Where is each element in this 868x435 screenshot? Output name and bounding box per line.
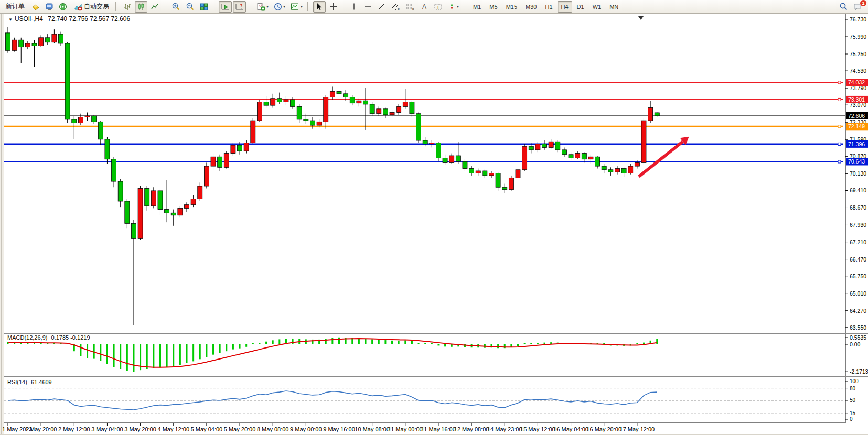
yellow-diamond-icon bbox=[31, 3, 40, 11]
svg-text:2 May 12:00: 2 May 12:00 bbox=[58, 426, 90, 432]
candle-bear bbox=[502, 187, 507, 189]
auto-scroll-button[interactable] bbox=[219, 1, 232, 13]
candle-bull bbox=[185, 205, 189, 209]
svg-text:66.470: 66.470 bbox=[850, 256, 866, 263]
candle-bear bbox=[443, 158, 447, 162]
candle-bear bbox=[6, 33, 10, 50]
chart-ohlc-values: 72.740 72.756 72.567 72.606 bbox=[48, 15, 130, 23]
line-chart-icon bbox=[151, 3, 159, 11]
candle-bull bbox=[191, 199, 196, 205]
equidistant-channel-button[interactable]: E bbox=[389, 1, 402, 13]
timeframe-button-m15[interactable]: M15 bbox=[502, 1, 521, 13]
zoom-out-button[interactable] bbox=[184, 1, 197, 13]
line-anchor[interactable] bbox=[838, 98, 841, 101]
timeframe-button-m1[interactable]: M1 bbox=[469, 1, 485, 13]
timeframe-button-mn[interactable]: MN bbox=[606, 1, 622, 13]
candle-bear bbox=[582, 154, 586, 159]
candle-bull bbox=[476, 171, 480, 173]
fibonacci-button[interactable]: F bbox=[403, 1, 417, 13]
svg-text:100: 100 bbox=[850, 378, 859, 384]
vertical-line-button[interactable] bbox=[348, 1, 360, 13]
rsi-label: RSI(14) 61.4609 bbox=[7, 379, 52, 385]
horizontal-line-button[interactable] bbox=[361, 1, 374, 13]
chart-shift-button[interactable] bbox=[233, 1, 246, 13]
bar-chart-button[interactable] bbox=[121, 1, 134, 13]
periods-button[interactable]: ▾ bbox=[272, 1, 287, 13]
text-icon: A bbox=[421, 3, 428, 10]
line-anchor[interactable] bbox=[838, 160, 841, 163]
line-anchor[interactable] bbox=[838, 143, 841, 145]
signal-button[interactable] bbox=[57, 1, 69, 13]
candle-bear bbox=[595, 157, 600, 166]
timeframe-button-d1[interactable]: D1 bbox=[573, 1, 588, 13]
candle-bear bbox=[19, 40, 24, 47]
candlestick-chart-button[interactable] bbox=[135, 1, 147, 13]
auto-scroll-icon bbox=[221, 3, 230, 11]
line-anchor[interactable] bbox=[838, 81, 841, 84]
tile-windows-button[interactable] bbox=[198, 1, 210, 13]
terminal-button[interactable] bbox=[43, 1, 56, 13]
candle-bear bbox=[59, 34, 63, 44]
svg-text:80: 80 bbox=[850, 386, 856, 392]
macd-name: MACD(12,26,9) bbox=[7, 334, 47, 341]
timeframe-button-w1[interactable]: W1 bbox=[589, 1, 605, 13]
layers-button[interactable] bbox=[29, 1, 42, 13]
candle-bull bbox=[138, 188, 143, 238]
horizontal-line-icon bbox=[363, 3, 372, 10]
templates-button[interactable]: ▾ bbox=[288, 1, 305, 13]
zoom-in-button[interactable] bbox=[169, 1, 183, 13]
chart-shift-icon bbox=[235, 3, 244, 11]
fibonacci-icon: F bbox=[405, 3, 415, 11]
crosshair-button[interactable] bbox=[327, 1, 339, 13]
candle-bear bbox=[562, 150, 566, 155]
trendline-button[interactable] bbox=[375, 1, 388, 13]
candle-bear bbox=[238, 145, 242, 151]
cursor-button[interactable] bbox=[313, 1, 326, 13]
candle-bull bbox=[449, 156, 454, 162]
candle-bull bbox=[635, 162, 639, 166]
text-label-button[interactable]: T bbox=[432, 1, 445, 13]
svg-text:76.730: 76.730 bbox=[850, 16, 866, 23]
candle-bear bbox=[264, 102, 269, 105]
bar-chart-icon bbox=[123, 3, 132, 11]
toolbar-separator bbox=[342, 2, 346, 12]
candle-bull bbox=[324, 97, 328, 122]
symbol-dropdown-icon[interactable]: ▼ bbox=[8, 17, 13, 22]
candle-bear bbox=[469, 169, 474, 173]
candle-bear bbox=[125, 201, 130, 223]
notifications-button[interactable]: 1 bbox=[851, 1, 864, 13]
svg-text:63.550: 63.550 bbox=[850, 324, 866, 331]
toolbar-separator bbox=[115, 2, 119, 12]
svg-text:70.130: 70.130 bbox=[850, 170, 866, 177]
candle-bear bbox=[416, 114, 421, 140]
candle-bear bbox=[496, 173, 500, 187]
candle-bull bbox=[178, 208, 183, 215]
candle-bull bbox=[39, 38, 44, 46]
main-toolbar: 新订单 自动交易 ▾ ▾ bbox=[0, 0, 868, 14]
svg-text:9 May 16:00: 9 May 16:00 bbox=[323, 426, 355, 432]
text-button[interactable]: A bbox=[418, 1, 431, 13]
candle-bull bbox=[251, 121, 255, 143]
line-chart-button[interactable] bbox=[148, 1, 161, 13]
auto-trading-button[interactable]: 自动交易 bbox=[70, 1, 113, 13]
indicators-button[interactable]: ▾ bbox=[254, 1, 271, 13]
timeframe-button-h1[interactable]: H1 bbox=[541, 1, 556, 13]
svg-text:14 May 23:00: 14 May 23:00 bbox=[487, 426, 522, 432]
svg-text:50: 50 bbox=[850, 397, 856, 403]
search-button[interactable] bbox=[837, 1, 850, 13]
candle-bull bbox=[257, 102, 262, 121]
candle-bear bbox=[218, 157, 222, 167]
candle-bear bbox=[65, 44, 70, 119]
line-anchor[interactable] bbox=[838, 125, 841, 128]
candle-bear bbox=[542, 144, 547, 148]
new-order-button[interactable]: 新订单 bbox=[2, 1, 28, 13]
chart-canvas: 76.73075.99075.25074.53073.79073.07072.3… bbox=[0, 14, 868, 435]
svg-text:75.250: 75.250 bbox=[850, 51, 866, 57]
timeframe-button-m5[interactable]: M5 bbox=[486, 1, 501, 13]
svg-text:9 May 00:00: 9 May 00:00 bbox=[290, 426, 322, 432]
indicators-icon bbox=[256, 3, 265, 11]
arrows-button[interactable]: ▾ bbox=[446, 1, 461, 13]
candle-bull bbox=[628, 166, 633, 173]
timeframe-button-m30[interactable]: M30 bbox=[522, 1, 540, 13]
timeframe-button-h4[interactable]: H4 bbox=[558, 1, 572, 13]
